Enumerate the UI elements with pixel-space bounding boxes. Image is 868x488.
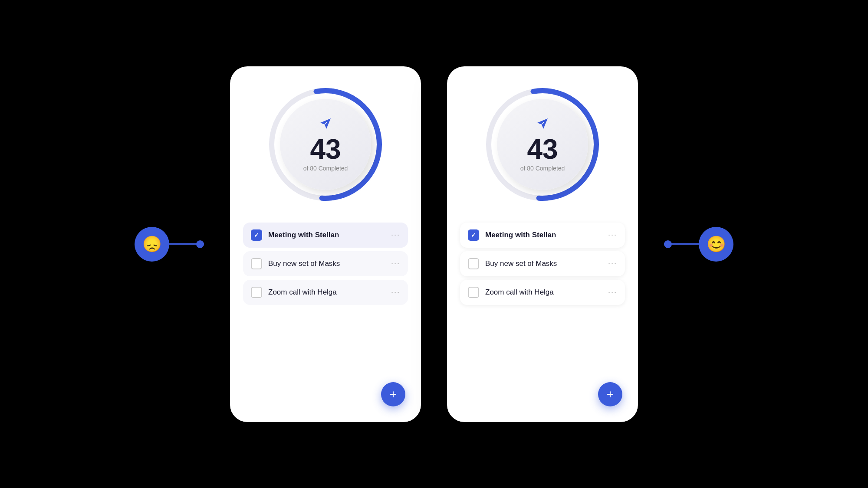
left-task-text-2: Buy new set of Masks <box>268 259 385 268</box>
right-task-list: ✓ Meeting with Stellan ··· Buy new set o… <box>460 223 625 305</box>
right-add-icon: + <box>607 387 614 401</box>
right-phone-card: 43 of 80 Completed ✓ Meeting with Stella… <box>447 66 638 422</box>
sad-emoji-circle: 😞 <box>135 227 169 262</box>
right-checkbox-2[interactable] <box>468 258 479 269</box>
right-checkmark-1: ✓ <box>471 232 476 239</box>
right-progress-ring-container: 43 of 80 Completed <box>482 84 603 205</box>
right-ring-inner: 43 of 80 Completed <box>497 99 588 190</box>
left-ring-inner: 43 of 80 Completed <box>280 99 371 190</box>
left-task-list: ✓ Meeting with Stellan ··· Buy new set o… <box>243 223 408 305</box>
left-indicator: 😞 <box>135 227 204 262</box>
left-task-dots-3[interactable]: ··· <box>391 288 400 297</box>
left-checkmark-1: ✓ <box>254 232 259 239</box>
left-task-item-3: Zoom call with Helga ··· <box>243 280 408 305</box>
right-task-dots-1[interactable]: ··· <box>608 230 617 239</box>
sad-emoji-icon: 😞 <box>142 235 162 253</box>
right-checkbox-3[interactable] <box>468 287 479 298</box>
left-completed-count: 43 <box>310 135 341 163</box>
left-send-icon <box>319 117 332 134</box>
right-send-icon <box>536 117 549 134</box>
left-indicator-dot <box>196 240 204 248</box>
left-task-dots-1[interactable]: ··· <box>391 230 400 239</box>
left-checkbox-2[interactable] <box>251 258 262 269</box>
right-task-dots-2[interactable]: ··· <box>608 259 617 268</box>
left-task-item-1: ✓ Meeting with Stellan ··· <box>243 223 408 248</box>
right-task-text-2: Buy new set of Masks <box>485 259 602 268</box>
happy-emoji-circle: 😊 <box>699 227 733 262</box>
right-indicator-dot <box>664 240 672 248</box>
right-task-item-3: Zoom call with Helga ··· <box>460 280 625 305</box>
main-scene: 😞 43 of 80 Completed <box>0 0 868 488</box>
right-task-text-3: Zoom call with Helga <box>485 288 602 297</box>
right-completed-count: 43 <box>527 135 558 163</box>
right-task-text-1: Meeting with Stellan <box>485 231 602 239</box>
right-add-button[interactable]: + <box>598 382 622 406</box>
right-task-item-1: ✓ Meeting with Stellan ··· <box>460 223 625 248</box>
right-task-item-2: Buy new set of Masks ··· <box>460 251 625 276</box>
right-checkbox-1[interactable]: ✓ <box>468 229 479 241</box>
left-indicator-line <box>169 243 204 245</box>
left-completed-label: of 80 Completed <box>303 165 348 172</box>
right-completed-label: of 80 Completed <box>520 165 565 172</box>
left-add-button[interactable]: + <box>381 382 405 406</box>
left-checkbox-3[interactable] <box>251 287 262 298</box>
left-checkbox-1[interactable]: ✓ <box>251 229 262 241</box>
left-phone-card: 43 of 80 Completed ✓ Meeting with Stella… <box>230 66 421 422</box>
left-task-text-3: Zoom call with Helga <box>268 288 385 297</box>
right-task-dots-3[interactable]: ··· <box>608 288 617 297</box>
left-add-icon: + <box>390 387 397 401</box>
right-indicator: 😊 <box>664 227 733 262</box>
left-task-text-1: Meeting with Stellan <box>268 231 385 239</box>
left-task-dots-2[interactable]: ··· <box>391 259 400 268</box>
right-indicator-line <box>664 243 699 245</box>
happy-emoji-icon: 😊 <box>707 235 726 253</box>
left-progress-ring-container: 43 of 80 Completed <box>265 84 386 205</box>
left-task-item-2: Buy new set of Masks ··· <box>243 251 408 276</box>
